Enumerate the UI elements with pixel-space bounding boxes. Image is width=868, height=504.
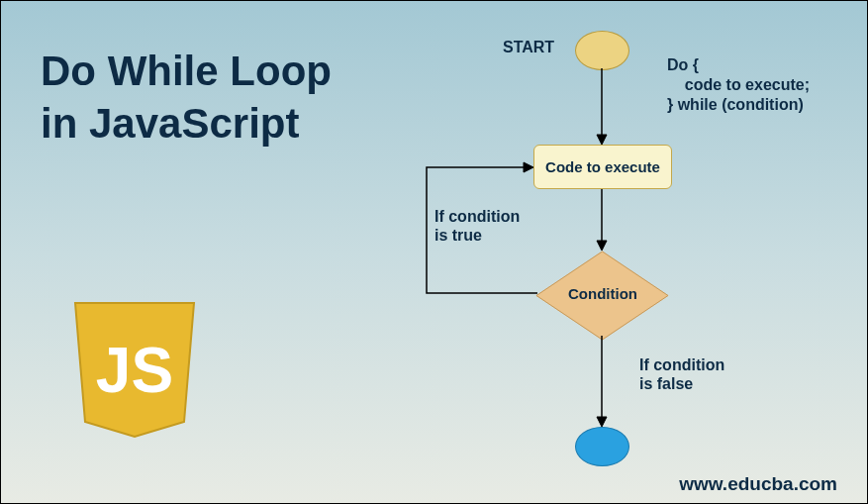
title-line2: in JavaScript <box>41 100 299 147</box>
flowchart-diagram: START Do { code to execute; } while (con… <box>417 11 852 476</box>
condition-node: Condition <box>536 249 669 338</box>
svg-marker-8 <box>597 417 607 427</box>
arrow-code-to-cond <box>595 189 615 253</box>
arrow-loop-back <box>417 159 545 298</box>
start-label: START <box>503 39 554 56</box>
false-branch-label: If condition is false <box>639 355 724 393</box>
start-node <box>575 31 629 70</box>
page-title: Do While Loop in JavaScript <box>41 46 332 150</box>
svg-marker-6 <box>524 162 533 172</box>
code-box-node: Code to execute <box>533 145 672 189</box>
syntax-annotation: Do { code to execute; } while (condition… <box>667 55 810 115</box>
arrow-cond-to-end <box>595 336 615 430</box>
svg-marker-3 <box>597 135 607 145</box>
condition-label: Condition <box>536 249 669 338</box>
title-line1: Do While Loop <box>41 48 332 94</box>
code-box-label: Code to execute <box>545 158 660 175</box>
svg-text:JS: JS <box>96 335 173 406</box>
js-logo-icon: JS <box>70 298 199 442</box>
arrow-start-to-code <box>595 68 615 148</box>
end-node <box>575 427 629 466</box>
footer-url: www.educba.com <box>679 473 837 495</box>
